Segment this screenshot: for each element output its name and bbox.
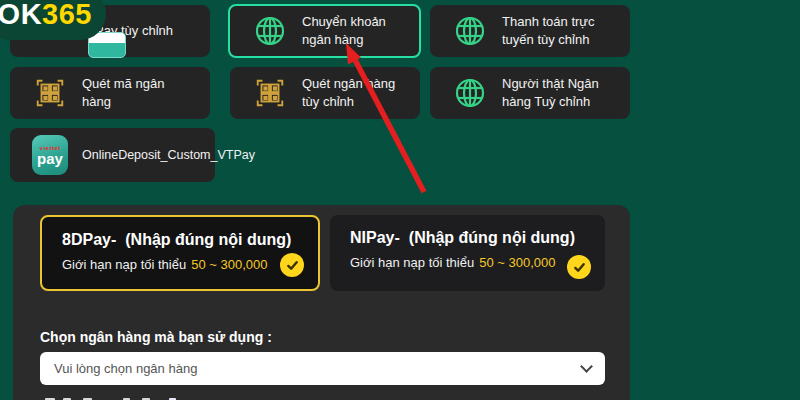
payment-method-label: Thanh toán trực tuyến tùy chỉnh <box>502 13 616 48</box>
payment-method-real-bank-custom[interactable]: Người thật Ngân hàng Tuỳ chỉnh <box>430 67 630 119</box>
channel-limit: Giới hạn nạp tối thiểu 50 ~ 300,000 <box>62 257 302 272</box>
ok365-logo: OK365 <box>0 0 106 40</box>
chevron-down-icon <box>580 360 593 373</box>
check-icon <box>567 255 591 279</box>
payment-method-label: Người thật Ngân hàng Tuỳ chỉnh <box>502 75 616 110</box>
qr-code-icon <box>32 75 68 111</box>
deposit-page: Pay tùy chỉnh Chuyển khoản ngân hàng <box>0 0 800 400</box>
deposit-panel: 8DPay-(Nhập đúng nội dung) Giới hạn nạp … <box>13 205 630 400</box>
globe-icon <box>452 13 488 49</box>
payment-method-label: Chuyển khoản ngân hàng <box>302 13 405 48</box>
payment-method-qr-bank[interactable]: Quét mã ngân hàng <box>10 67 210 119</box>
bank-select-placeholder: Vui lòng chọn ngân hàng <box>54 361 582 376</box>
channel-title: NIPay-(Nhập đúng nội dung) <box>350 229 589 247</box>
globe-icon <box>452 75 488 111</box>
bank-select-label: Chọn ngân hàng mà bạn sử dụng : <box>40 329 272 345</box>
channel-title: 8DPay-(Nhập đúng nội dung) <box>62 231 302 249</box>
payment-method-label: Quét mã ngân hàng <box>82 75 196 110</box>
bank-select[interactable]: Vui lòng chọn ngân hàng <box>40 352 605 385</box>
payment-method-label: OnlineDeposit_Custom_VTPay <box>82 147 255 164</box>
channel-card-8dpay[interactable]: 8DPay-(Nhập đúng nội dung) Giới hạn nạp … <box>40 215 320 291</box>
payment-method-label: Quét ngân hàng tùy chỉnh <box>302 75 406 110</box>
payment-method-qr-custom[interactable]: Quét ngân hàng tùy chỉnh <box>230 67 420 119</box>
channel-card-nipay[interactable]: NIPay-(Nhập đúng nội dung) Giới hạn nạp … <box>330 215 605 291</box>
payment-method-bank-transfer[interactable]: Chuyển khoản ngân hàng <box>228 4 421 58</box>
qr-code-icon <box>252 75 288 111</box>
payment-method-online-custom[interactable]: Thanh toán trực tuyến tùy chỉnh <box>430 5 630 57</box>
globe-icon <box>252 13 288 49</box>
vtpay-icon: viettel pay <box>32 137 68 173</box>
payment-method-vtpay[interactable]: viettel pay OnlineDeposit_Custom_VTPay <box>10 128 215 182</box>
check-icon <box>280 253 304 277</box>
channel-limit: Giới hạn nạp tối thiểu 50 ~ 300,000 <box>350 255 589 270</box>
